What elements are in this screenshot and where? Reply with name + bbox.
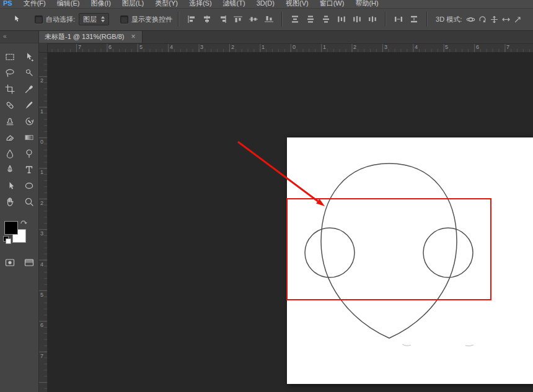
eraser-tool[interactable] [3, 131, 17, 144]
3d-orbit-icon[interactable] [465, 14, 476, 25]
foreground-color-swatch[interactable] [4, 221, 18, 235]
blur-tool[interactable] [3, 147, 17, 160]
ruler-h-label: 3 [200, 44, 203, 50]
spacing-icons-group [391, 13, 421, 25]
brush-tool[interactable] [22, 98, 36, 112]
color-swatches[interactable] [3, 215, 32, 246]
menu-help[interactable]: 帮助(H) [350, 0, 384, 8]
photoshop-window: PS 文件(F) 编辑(E) 图像(I) 图层(L) 类型(Y) 选择(S) 滤… [0, 0, 533, 392]
menu-select[interactable]: 选择(S) [183, 0, 218, 8]
rectangular-marquee-tool[interactable] [3, 50, 17, 64]
align-horizontal-centers-icon[interactable] [200, 13, 214, 25]
quick-selection-tool[interactable] [22, 66, 36, 80]
3d-zoom-icon[interactable] [513, 14, 523, 25]
screen-mode-button[interactable] [22, 256, 36, 269]
ruler-v-label: 3 [40, 230, 43, 237]
vertical-ruler[interactable]: 2 1 0 1 2 3 4 5 6 7 [38, 52, 48, 392]
menu-view[interactable]: 视图(V) [280, 0, 314, 8]
menu-3d[interactable]: 3D(D) [251, 0, 280, 8]
zoom-tool[interactable] [22, 195, 36, 209]
canvas-area[interactable] [47, 52, 533, 392]
move-tool-preset-icon[interactable] [10, 13, 24, 25]
horizontal-ruler[interactable]: 7 6 5 4 3 2 1 0 1 2 3 4 5 6 7 [47, 43, 533, 53]
spot-healing-brush-tool[interactable] [3, 98, 17, 112]
clone-stamp-tool[interactable] [3, 115, 17, 128]
show-transform-checkbox[interactable] [120, 15, 128, 24]
3d-slide-icon[interactable] [501, 14, 511, 25]
tools-panel: « [0, 30, 39, 392]
distribute-bottom-edges-icon[interactable] [319, 13, 333, 25]
ruler-h-label: 6 [476, 44, 479, 50]
path-selection-tool[interactable] [3, 179, 17, 193]
gradient-tool[interactable] [22, 131, 36, 144]
pen-tool[interactable] [3, 163, 17, 176]
ruler-v-label: 0 [40, 139, 43, 145]
swap-colors-icon[interactable] [20, 216, 27, 227]
menu-image[interactable]: 图像(I) [85, 0, 116, 8]
ruler-v-label: 5 [40, 292, 43, 298]
ellipse-shape-tool[interactable] [22, 179, 36, 193]
mode-3d-label: 3D 模式: [436, 15, 462, 24]
menu-filter[interactable]: 滤镜(T) [218, 0, 251, 8]
ruler-v-label: 2 [40, 200, 43, 206]
distribute-horizontal-spacing-icon[interactable] [391, 13, 405, 25]
menu-type[interactable]: 类型(Y) [149, 0, 183, 8]
ruler-h-label: 0 [293, 44, 296, 50]
auto-select-target-dropdown[interactable]: 图层 [79, 13, 109, 25]
ruler-h-label: 1 [262, 44, 265, 50]
quick-mask-mode-button[interactable] [3, 256, 17, 269]
ruler-h-label: 2 [231, 44, 234, 50]
auto-select-target-value: 图层 [83, 15, 97, 24]
history-brush-tool[interactable] [22, 115, 36, 128]
ruler-origin-corner[interactable] [38, 43, 48, 53]
align-bottom-edges-icon[interactable] [262, 13, 276, 25]
menu-layer[interactable]: 图层(L) [117, 0, 149, 8]
sketch-mark [402, 344, 411, 346]
menu-edit[interactable]: 编辑(E) [51, 0, 86, 8]
distribute-horizontal-centers-icon[interactable] [350, 13, 364, 25]
align-right-edges-icon[interactable] [215, 13, 229, 25]
ruler-v-label: 1 [40, 169, 43, 175]
ruler-v-label: 1 [40, 108, 43, 115]
align-vertical-centers-icon[interactable] [246, 13, 260, 25]
dodge-tool[interactable] [22, 147, 36, 160]
hand-tool[interactable] [3, 195, 17, 209]
move-tool[interactable] [22, 50, 36, 64]
ruler-h-label: 5 [445, 44, 448, 50]
sketch-mark [465, 345, 474, 346]
ruler-h-label: 3 [384, 44, 387, 50]
tab-close-icon[interactable]: × [131, 33, 136, 40]
auto-select-checkbox[interactable] [35, 15, 43, 24]
dropdown-arrows-icon [101, 16, 105, 22]
default-colors-icon[interactable] [3, 236, 11, 244]
separator [281, 12, 282, 27]
separator [426, 12, 427, 27]
align-left-edges-icon[interactable] [184, 13, 198, 25]
separator [385, 12, 385, 27]
crop-tool[interactable] [3, 82, 17, 96]
lasso-tool[interactable] [3, 66, 17, 80]
eyedropper-tool[interactable] [22, 82, 36, 96]
photoshop-logo: PS [0, 0, 18, 8]
mode-3d-icons-group [465, 14, 523, 25]
3d-roll-icon[interactable] [477, 14, 488, 25]
menu-window[interactable]: 窗口(W) [314, 0, 350, 8]
distribute-left-edges-icon[interactable] [334, 13, 348, 25]
ruler-v-label: 7 [40, 353, 43, 359]
auto-select-label: 自动选择: [46, 15, 75, 24]
ruler-h-label: 4 [415, 44, 418, 50]
tools-collapse-icon[interactable]: « [0, 30, 38, 43]
tools-grid [0, 43, 38, 210]
distribute-right-edges-icon[interactable] [365, 13, 379, 25]
document-tab[interactable]: 未标题-1 @ 131%(RGB/8) × [38, 30, 143, 43]
menu-file[interactable]: 文件(F) [18, 0, 51, 8]
tool-options-bar: 自动选择: 图层 显示变换控件 [0, 8, 533, 31]
horizontal-type-tool[interactable] [22, 163, 36, 176]
distribute-vertical-centers-icon[interactable] [303, 13, 317, 25]
separator [178, 12, 178, 27]
align-top-edges-icon[interactable] [231, 13, 245, 25]
3d-pan-icon[interactable] [489, 14, 500, 25]
distribute-vertical-spacing-icon[interactable] [407, 13, 421, 25]
ruler-h-label: 1 [323, 44, 326, 50]
distribute-top-edges-icon[interactable] [288, 13, 302, 25]
